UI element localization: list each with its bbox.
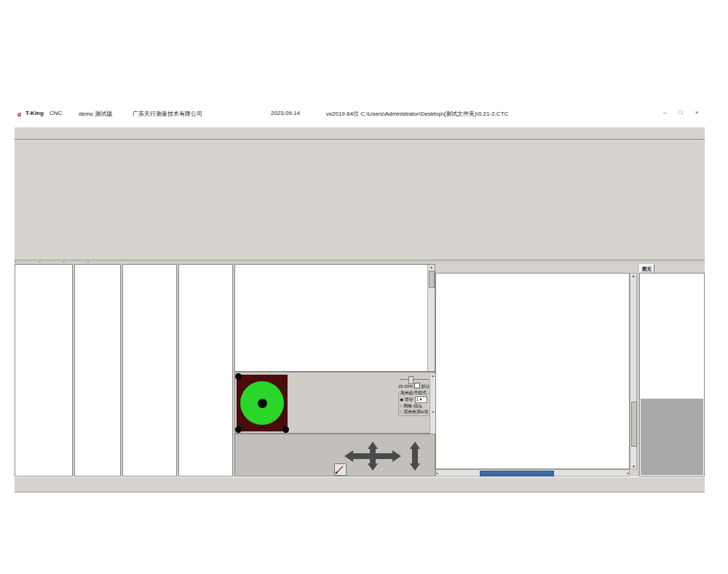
feature-list-1 — [15, 264, 73, 477]
ring-light-preview[interactable] — [237, 375, 288, 431]
status-bar — [15, 477, 705, 492]
elements-grid — [639, 273, 705, 477]
coordinate-readout — [234, 434, 435, 477]
app-name: T-King — [25, 110, 44, 116]
radio-option-1[interactable]: ◉ 喷砂 1 ▾ — [400, 396, 432, 403]
color-mode-group: 颜色处理模式 ◉ 喷砂 1 ▾ ○ 网格-锐化 ○ 黑色检测&填充 — [398, 390, 434, 416]
mode-combo[interactable]: 1 ▾ — [415, 396, 427, 403]
tab-elements[interactable]: 图元 — [639, 264, 654, 273]
maximize-button[interactable]: □ — [673, 109, 689, 118]
toolbar — [15, 127, 705, 140]
ring-light-circle[interactable] — [240, 381, 284, 425]
title-date: 2023.09.14 — [271, 110, 300, 116]
work-area: ▲ 25.00% 默认当前模式 颜色处理模式 ◉ 喷砂 1 ▾ — [15, 264, 705, 477]
light-options: 25.00% 默认当前模式 颜色处理模式 ◉ 喷砂 1 ▾ ○ 网格-锐化 ○ … — [398, 374, 430, 432]
radio-option-4[interactable]: ○ 黑色检测&填充 — [400, 409, 432, 415]
page: a T-King CNC demo 测试版 广东天行测量技术有限公司 2023.… — [0, 0, 728, 574]
feature-list-2 — [74, 264, 121, 477]
palette-scrollbar[interactable]: ▲ — [427, 265, 435, 371]
title-bar: a T-King CNC demo 测试版 广东天行测量技术有限公司 2023.… — [15, 109, 705, 119]
master-light-slider[interactable] — [400, 375, 429, 383]
tool-palette: ▲ — [234, 264, 435, 372]
light-control-panel: 25.00% 默认当前模式 颜色处理模式 ◉ 喷砂 1 ▾ ○ 网格-锐化 ○ … — [234, 372, 435, 434]
feature-list-3 — [122, 264, 177, 477]
table-hscrollbar[interactable]: ◂▸ — [435, 469, 630, 477]
camera-grid — [15, 140, 705, 260]
app-version: demo 测试版 — [79, 110, 112, 118]
company-name: 广东天行测量技术有限公司 — [132, 110, 202, 118]
elements-panel: 图元 — [639, 264, 705, 477]
default-mode-checkbox[interactable] — [414, 383, 420, 388]
app-icon: a — [17, 110, 21, 118]
table-vscrollbar[interactable]: ▲▼ — [630, 273, 637, 469]
close-button[interactable]: × — [689, 109, 705, 118]
z-jog-arrows[interactable] — [408, 442, 422, 474]
app-sub: CNC — [50, 110, 62, 116]
master-light-value: 25.00% — [398, 384, 413, 388]
feature-list-4 — [178, 264, 233, 477]
elements-grid-footer — [641, 399, 703, 475]
color-mode-group-label: 颜色处理模式 — [400, 390, 427, 396]
app-window: a T-King CNC demo 测试版 广东天行测量技术有限公司 2023.… — [15, 109, 705, 493]
table-tabs — [435, 264, 637, 273]
measurement-grid — [435, 273, 630, 469]
title-path: vs2019 64位 C:\Users\Administrator\Deskto… — [326, 110, 508, 118]
measurement-table-panel: ▲▼ ◂▸ — [435, 264, 637, 477]
radio-option-3[interactable]: ○ 网格-锐化 — [400, 403, 432, 409]
minimize-button[interactable]: – — [657, 109, 673, 118]
xy-jog-arrows[interactable] — [344, 442, 401, 474]
